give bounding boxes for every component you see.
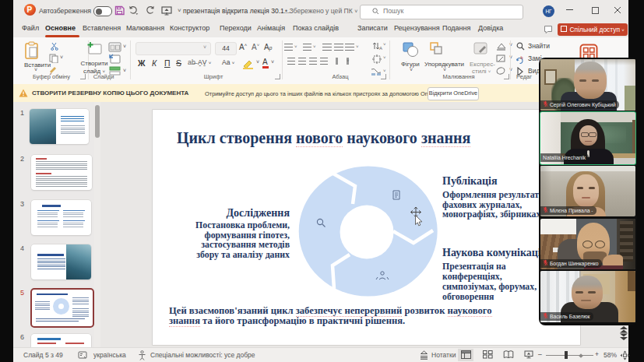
svg-text:b: b bbox=[521, 55, 523, 60]
svg-text:A: A bbox=[379, 46, 382, 51]
